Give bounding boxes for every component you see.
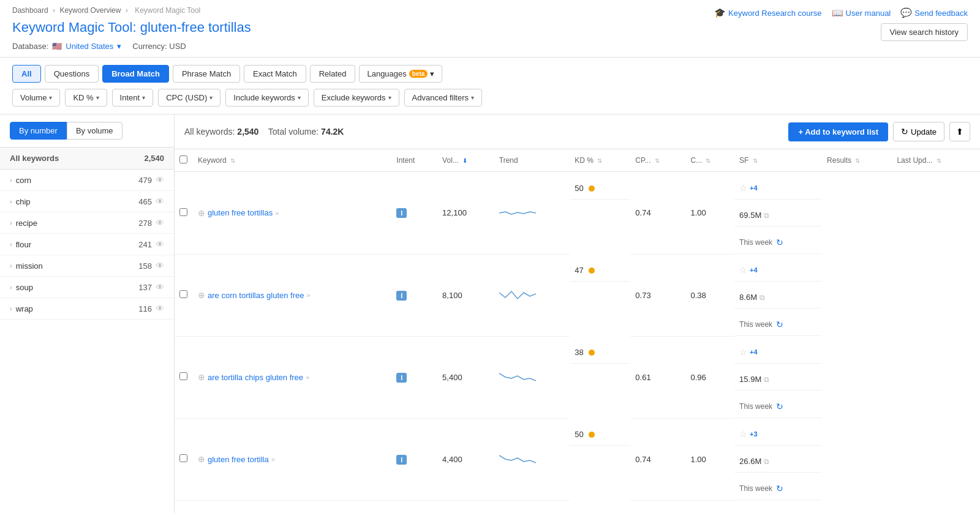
add-keyword-icon[interactable]: ⊕ <box>198 208 205 218</box>
keyword-research-course-link[interactable]: 🎓 Keyword Research course <box>714 7 821 18</box>
star-icon[interactable]: ☆ <box>739 183 747 193</box>
sort-icon[interactable]: ⇅ <box>753 157 758 164</box>
chevron-right-icon: › <box>10 219 12 227</box>
results-icon[interactable]: ⧉ <box>760 293 765 302</box>
title-row: Keyword Magic Tool: gluten-free tortilla… <box>12 20 251 36</box>
cpc-filter[interactable]: CPC (USD) ▾ <box>158 89 221 107</box>
table-header-kd: KD % ⇅ <box>570 149 630 172</box>
eye-icon[interactable]: 👁 <box>156 239 164 249</box>
tab-exact-match[interactable]: Exact Match <box>244 65 306 83</box>
sort-icon[interactable]: ⇅ <box>706 157 710 164</box>
star-icon[interactable]: ☆ <box>739 429 747 439</box>
results-icon[interactable]: ⧉ <box>764 375 769 384</box>
user-manual-link[interactable]: 📖 User manual <box>832 7 891 18</box>
send-feedback-link[interactable]: 💬 Send feedback <box>900 7 968 18</box>
intent-badge: I <box>396 455 407 465</box>
view-history-button[interactable]: View search history <box>881 23 968 41</box>
languages-button[interactable]: Languages beta ▾ <box>359 65 442 83</box>
sidebar-header: All keywords 2,540 <box>0 148 174 170</box>
com-density-cell: 0.38 <box>685 254 734 336</box>
row-checkbox[interactable] <box>179 372 187 380</box>
refresh-icon[interactable]: ↻ <box>776 402 783 411</box>
eye-icon[interactable]: 👁 <box>156 197 164 206</box>
tab-related[interactable]: Related <box>310 65 356 83</box>
sidebar-item[interactable]: › recipe 278 👁 <box>0 212 174 234</box>
keyword-cell: ⊕gluten free tortilla» <box>193 418 391 500</box>
sidebar-item[interactable]: › corn 479 👁 <box>0 170 174 191</box>
chevron-down-icon: ▾ <box>388 94 391 101</box>
refresh-icon[interactable]: ↻ <box>776 320 783 329</box>
volume-filter[interactable]: Volume ▾ <box>12 89 60 107</box>
kd-cell: 50 <box>570 419 630 446</box>
sidebar-item[interactable]: › mission 158 👁 <box>0 255 174 277</box>
sidebar-tab-by-number[interactable]: By number <box>10 122 67 140</box>
eye-icon[interactable]: 👁 <box>156 175 164 185</box>
advanced-filters-filter[interactable]: Advanced filters ▾ <box>404 89 483 107</box>
chevron-down-icon: ▾ <box>471 94 474 101</box>
serp-features-cell: ☆+4 <box>734 336 822 364</box>
tab-questions[interactable]: Questions <box>45 65 99 83</box>
breadcrumb-keyword-overview[interactable]: Keyword Overview <box>59 6 121 15</box>
select-all-checkbox[interactable] <box>179 155 187 163</box>
row-checkbox[interactable] <box>179 290 187 298</box>
add-keyword-icon[interactable]: ⊕ <box>198 454 205 464</box>
keyword-link[interactable]: gluten free tortilla <box>208 455 269 464</box>
eye-icon[interactable]: 👁 <box>156 304 164 313</box>
tab-all[interactable]: All <box>12 65 41 83</box>
trend-cell <box>494 500 570 513</box>
sort-icon[interactable]: ⇅ <box>230 157 235 164</box>
results-icon[interactable]: ⧉ <box>764 457 769 466</box>
tab-phrase-match[interactable]: Phrase Match <box>173 65 240 83</box>
eye-icon[interactable]: 👁 <box>156 282 164 292</box>
sort-icon[interactable]: ⇅ <box>937 157 941 164</box>
intent-filter[interactable]: Intent ▾ <box>112 89 154 107</box>
sidebar-count: 116 <box>138 304 152 313</box>
sort-icon[interactable]: ⬇ <box>462 157 467 164</box>
sidebar-count: 465 <box>138 197 152 206</box>
add-keyword-icon[interactable]: ⊕ <box>198 290 205 300</box>
sidebar-item[interactable]: › soup 137 👁 <box>0 277 174 298</box>
table-header-sf: SF ⇅ <box>734 149 822 172</box>
add-to-keyword-list-button[interactable]: + Add to keyword list <box>788 122 888 141</box>
eye-icon[interactable]: 👁 <box>156 261 164 271</box>
sort-icon[interactable]: ⇅ <box>855 157 860 164</box>
kd-difficulty-dot <box>589 350 595 356</box>
refresh-icon[interactable]: ↻ <box>776 238 783 247</box>
chevron-right-icon: › <box>10 198 12 205</box>
sidebar: By number By volume All keywords 2,540 ›… <box>0 114 175 513</box>
chat-icon: 💬 <box>900 7 912 18</box>
refresh-icon[interactable]: ↻ <box>776 484 783 493</box>
results-cell: 69.5M⧉ <box>734 200 822 227</box>
database-country-link[interactable]: United States <box>66 42 113 51</box>
update-button[interactable]: ↻ Update <box>893 122 944 141</box>
book-icon: 📖 <box>832 7 843 18</box>
table-row: ⊕gluten free tortilla»I4,400500.741.00☆+… <box>175 418 980 500</box>
last-updated-cell: This week↻ <box>734 473 822 500</box>
row-checkbox[interactable] <box>179 454 187 462</box>
results-icon[interactable]: ⧉ <box>764 211 769 220</box>
row-checkbox[interactable] <box>179 208 187 216</box>
star-icon[interactable]: ☆ <box>739 265 747 275</box>
chevron-down-icon[interactable]: ▾ <box>117 42 121 51</box>
exclude-keywords-filter[interactable]: Exclude keywords ▾ <box>314 89 399 107</box>
tab-broad-match[interactable]: Broad Match <box>102 65 169 83</box>
sidebar-item[interactable]: › wrap 116 👁 <box>0 298 174 320</box>
keyword-link[interactable]: are corn tortillas gluten free <box>208 291 304 300</box>
add-keyword-icon[interactable]: ⊕ <box>198 372 205 382</box>
keyword-link[interactable]: are tortilla chips gluten free <box>208 373 303 382</box>
sidebar-keyword: wrap <box>16 304 33 313</box>
sidebar-item[interactable]: › flour 241 👁 <box>0 234 174 255</box>
sidebar-item[interactable]: › chip 465 👁 <box>0 191 174 212</box>
sort-icon[interactable]: ⇅ <box>597 157 602 164</box>
row-checkbox-cell <box>175 336 193 418</box>
include-keywords-filter[interactable]: Include keywords ▾ <box>225 89 308 107</box>
kd-value: 47 <box>575 266 583 275</box>
sort-icon[interactable]: ⇅ <box>655 157 660 164</box>
eye-icon[interactable]: 👁 <box>156 218 164 228</box>
export-button[interactable]: ⬆ <box>949 122 970 141</box>
sidebar-tab-by-volume[interactable]: By volume <box>67 122 123 140</box>
breadcrumb-dashboard[interactable]: Dashboard <box>12 6 48 15</box>
star-icon[interactable]: ☆ <box>739 347 747 357</box>
kd-filter[interactable]: KD % ▾ <box>65 89 107 107</box>
keyword-link[interactable]: gluten free tortillas <box>208 208 273 217</box>
